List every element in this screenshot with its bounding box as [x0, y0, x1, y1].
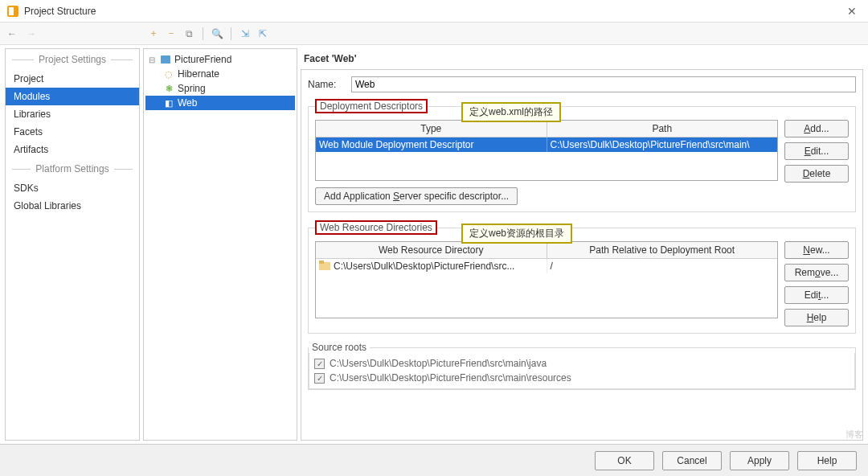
- help-wr-button[interactable]: Help: [784, 309, 849, 326]
- cancel-button[interactable]: Cancel: [662, 451, 722, 470]
- svg-rect-2: [161, 55, 170, 64]
- source-root-item[interactable]: ✓ C:\Users\Dulk\Desktop\PictureFriend\sr…: [314, 371, 850, 385]
- title-bar: Project Structure ✕: [0, 0, 868, 23]
- close-icon[interactable]: ✕: [842, 5, 862, 18]
- source-roots-legend: Source roots: [309, 342, 370, 353]
- web-resource-row[interactable]: C:\Users\Dulk\Desktop\PictureFriend\src.…: [316, 259, 777, 273]
- wr-rel: /: [547, 259, 778, 273]
- dialog-footer: OK Cancel Apply Help: [0, 444, 868, 476]
- section-platform-settings: Platform Settings: [6, 158, 139, 179]
- web-resource-legend: Web Resource Directories: [315, 220, 437, 235]
- source-roots-group: Source roots ✓ C:\Users\Dulk\Desktop\Pic…: [308, 342, 856, 390]
- sidebar-item-facets[interactable]: Facets: [6, 123, 139, 141]
- back-icon[interactable]: ←: [5, 27, 19, 41]
- source-root-path: C:\Users\Dulk\Desktop\PictureFriend\src\…: [330, 358, 547, 369]
- find-icon[interactable]: 🔍: [210, 27, 224, 41]
- module-icon: [160, 54, 171, 65]
- app-icon: [6, 5, 19, 18]
- spring-icon: ❃: [163, 83, 174, 94]
- svg-rect-4: [319, 261, 324, 264]
- name-label: Name:: [308, 79, 345, 90]
- expand-icon[interactable]: ⇲: [238, 27, 252, 41]
- descriptor-path: C:\Users\Dulk\Desktop\PictureFriend\src\…: [547, 137, 778, 152]
- tree-item-label: Hibernate: [178, 68, 219, 80]
- window-title: Project Structure: [24, 6, 842, 17]
- col-wr-rel: Path Relative to Deployment Root: [547, 242, 778, 258]
- new-wr-button[interactable]: New...: [784, 241, 849, 259]
- facet-name-input[interactable]: [351, 76, 856, 92]
- facet-panel: Facet 'Web' Name: Deployment Descriptors…: [301, 48, 863, 441]
- source-root-path: C:\Users\Dulk\Desktop\PictureFriend\src\…: [330, 372, 571, 384]
- callout-webresource: 定义web资源的根目录: [461, 224, 572, 244]
- remove-wr-button[interactable]: Remove...: [784, 264, 849, 281]
- section-project-settings: Project Settings: [6, 49, 139, 70]
- hibernate-icon: ◌: [163, 68, 174, 80]
- wr-dir: C:\Users\Dulk\Desktop\PictureFriend\src.…: [334, 261, 514, 272]
- module-tree: ⊟ PictureFriend ◌ Hibernate ❃ Spring ◧ W…: [143, 48, 297, 441]
- folder-icon: [319, 261, 330, 272]
- tree-root[interactable]: ⊟ PictureFriend: [145, 52, 295, 67]
- sidebar-item-modules[interactable]: Modules: [6, 88, 139, 105]
- ok-button[interactable]: OK: [595, 451, 654, 470]
- web-resource-table[interactable]: Web Resource Directory Path Relative to …: [315, 241, 778, 318]
- edit-descriptor-button[interactable]: Edit...: [784, 142, 849, 160]
- tree-item-label: Spring: [178, 83, 206, 94]
- sidebar-item-sdks[interactable]: SDKs: [6, 179, 139, 197]
- descriptor-type: Web Module Deployment Descriptor: [316, 137, 547, 152]
- toolbar: ← → ＋ － ⧉ 🔍 ⇲ ⇱: [0, 23, 868, 45]
- sidebar-item-project[interactable]: Project: [6, 70, 139, 88]
- tree-item-spring[interactable]: ❃ Spring: [145, 81, 295, 96]
- edit-wr-button[interactable]: Edit...: [784, 286, 849, 304]
- remove-icon[interactable]: －: [164, 27, 178, 41]
- descriptor-row[interactable]: Web Module Deployment Descriptor C:\User…: [316, 137, 777, 152]
- deployment-descriptors-legend: Deployment Descriptors: [315, 99, 428, 113]
- tree-item-hibernate[interactable]: ◌ Hibernate: [145, 67, 295, 81]
- copy-icon[interactable]: ⧉: [182, 27, 196, 41]
- facet-title: Facet 'Web': [301, 48, 863, 69]
- add-icon[interactable]: ＋: [146, 27, 161, 41]
- col-path: Path: [547, 121, 778, 137]
- callout-webxml: 定义web.xml的路径: [461, 102, 561, 122]
- svg-rect-1: [9, 7, 14, 15]
- sidebar-item-artifacts[interactable]: Artifacts: [6, 141, 139, 158]
- add-appserver-descriptor-button[interactable]: Add Application Server specific descript…: [315, 187, 518, 205]
- checkbox-icon[interactable]: ✓: [314, 359, 325, 369]
- add-descriptor-button[interactable]: Add...: [784, 120, 849, 137]
- tree-root-label: PictureFriend: [174, 54, 231, 65]
- delete-descriptor-button[interactable]: Delete: [784, 165, 849, 183]
- web-icon: ◧: [163, 97, 174, 109]
- tree-item-web[interactable]: ◧ Web: [145, 96, 295, 110]
- sidebar-item-global-libraries[interactable]: Global Libraries: [6, 197, 139, 215]
- apply-button[interactable]: Apply: [730, 451, 789, 470]
- col-type: Type: [316, 121, 547, 137]
- help-button[interactable]: Help: [797, 451, 857, 470]
- col-wr-dir: Web Resource Directory: [316, 242, 547, 258]
- settings-sidebar: Project Settings Project Modules Librari…: [5, 48, 140, 441]
- collapse-handle-icon[interactable]: ⊟: [147, 55, 157, 64]
- source-root-item[interactable]: ✓ C:\Users\Dulk\Desktop\PictureFriend\sr…: [314, 356, 850, 371]
- sidebar-item-libraries[interactable]: Libraries: [6, 105, 139, 123]
- descriptors-table[interactable]: Type Path Web Module Deployment Descript…: [315, 120, 778, 181]
- forward-icon[interactable]: →: [24, 27, 39, 41]
- checkbox-icon[interactable]: ✓: [314, 373, 325, 384]
- collapse-icon[interactable]: ⇱: [256, 27, 270, 41]
- deployment-descriptors-group: Deployment Descriptors 定义web.xml的路径 Type…: [308, 99, 856, 212]
- tree-item-label: Web: [178, 97, 197, 109]
- web-resource-directories-group: Web Resource Directories 定义web资源的根目录 Web…: [308, 220, 856, 334]
